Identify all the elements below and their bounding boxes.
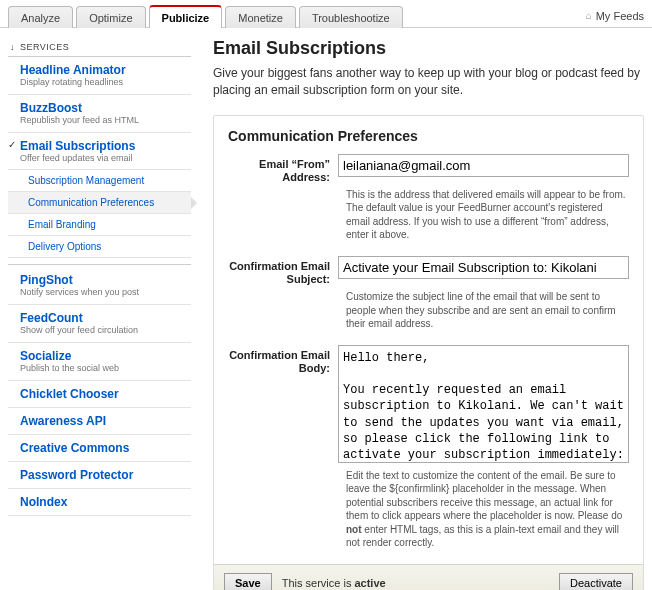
tabs-bar: AnalyzeOptimizePublicizeMonetizeTroubles…	[0, 0, 652, 28]
subject-help: Customize the subject line of the email …	[346, 290, 629, 331]
tab-optimize[interactable]: Optimize	[76, 6, 145, 28]
sidebar-item-feedcount[interactable]: FeedCountShow off your feed circulation	[8, 305, 191, 343]
service-desc: Publish to the social web	[20, 363, 189, 374]
service-desc: Display rotating headlines	[20, 77, 189, 88]
page-title: Email Subscriptions	[213, 38, 644, 59]
body-help: Edit the text to customize the content o…	[346, 469, 629, 550]
tab-publicize[interactable]: Publicize	[149, 5, 223, 28]
my-feeds-link[interactable]: ⌂ My Feeds	[586, 10, 644, 22]
service-title: NoIndex	[20, 495, 189, 509]
service-desc: Republish your feed as HTML	[20, 115, 189, 126]
sidebar-item-email-subscriptions[interactable]: Email SubscriptionsOffer feed updates vi…	[8, 133, 191, 171]
subject-input[interactable]	[338, 256, 629, 279]
body-label: Confirmation Email Body:	[228, 345, 338, 465]
service-title: Subscription Management	[28, 175, 189, 186]
status-text: This service is active	[282, 577, 386, 589]
service-desc: Offer feed updates via email	[20, 153, 189, 164]
service-title: Email Subscriptions	[20, 139, 189, 153]
sidebar-item-socialize[interactable]: SocializePublish to the social web	[8, 343, 191, 381]
deactivate-button[interactable]: Deactivate	[559, 573, 633, 590]
from-address-input[interactable]	[338, 154, 629, 177]
service-title: Password Protector	[20, 468, 189, 482]
arrow-down-icon: ↓	[10, 42, 15, 52]
subject-label: Confirmation Email Subject:	[228, 256, 338, 286]
service-title: FeedCount	[20, 311, 189, 325]
sidebar-header-label: SERVICES	[20, 42, 69, 52]
service-title: Communication Preferences	[28, 197, 189, 208]
sidebar-item-creative-commons[interactable]: Creative Commons	[8, 435, 191, 462]
main-content: Email Subscriptions Give your biggest fa…	[191, 38, 644, 590]
panel-title: Communication Preferences	[228, 128, 629, 144]
my-feeds-label: My Feeds	[596, 10, 644, 22]
sidebar-item-chicklet-chooser[interactable]: Chicklet Chooser	[8, 381, 191, 408]
sidebar-item-subscription-management[interactable]: Subscription Management	[8, 170, 191, 192]
home-icon: ⌂	[586, 10, 592, 21]
from-label: Email “From” Address:	[228, 154, 338, 184]
sidebar-item-pingshot[interactable]: PingShotNotify services when you post	[8, 264, 191, 305]
sidebar-item-headline-animator[interactable]: Headline AnimatorDisplay rotating headli…	[8, 57, 191, 95]
service-title: Delivery Options	[28, 241, 189, 252]
tab-troubleshootize[interactable]: Troubleshootize	[299, 6, 403, 28]
page-intro: Give your biggest fans another way to ke…	[213, 65, 644, 99]
service-title: Headline Animator	[20, 63, 189, 77]
service-desc: Notify services when you post	[20, 287, 189, 298]
service-title: Awareness API	[20, 414, 189, 428]
sidebar-header: ↓ SERVICES	[8, 38, 191, 57]
services-sidebar: ↓ SERVICES Headline AnimatorDisplay rota…	[8, 38, 191, 590]
service-desc: Show off your feed circulation	[20, 325, 189, 336]
sidebar-item-awareness-api[interactable]: Awareness API	[8, 408, 191, 435]
sidebar-item-noindex[interactable]: NoIndex	[8, 489, 191, 516]
service-title: Email Branding	[28, 219, 189, 230]
sidebar-item-password-protector[interactable]: Password Protector	[8, 462, 191, 489]
sidebar-item-buzzboost[interactable]: BuzzBoostRepublish your feed as HTML	[8, 95, 191, 133]
service-title: BuzzBoost	[20, 101, 189, 115]
service-title: Creative Commons	[20, 441, 189, 455]
body-textarea[interactable]	[338, 345, 629, 463]
from-help: This is the address that delivered email…	[346, 188, 629, 242]
service-title: Chicklet Chooser	[20, 387, 189, 401]
save-button[interactable]: Save	[224, 573, 272, 590]
comm-prefs-panel: Communication Preferences Email “From” A…	[213, 115, 644, 590]
service-title: Socialize	[20, 349, 189, 363]
service-title: PingShot	[20, 273, 189, 287]
tab-analyze[interactable]: Analyze	[8, 6, 73, 28]
tab-monetize[interactable]: Monetize	[225, 6, 296, 28]
sidebar-item-delivery-options[interactable]: Delivery Options	[8, 236, 191, 258]
sidebar-item-email-branding[interactable]: Email Branding	[8, 214, 191, 236]
panel-footer: Save This service is active Deactivate	[214, 564, 643, 590]
sidebar-item-communication-preferences[interactable]: Communication Preferences	[8, 192, 191, 214]
